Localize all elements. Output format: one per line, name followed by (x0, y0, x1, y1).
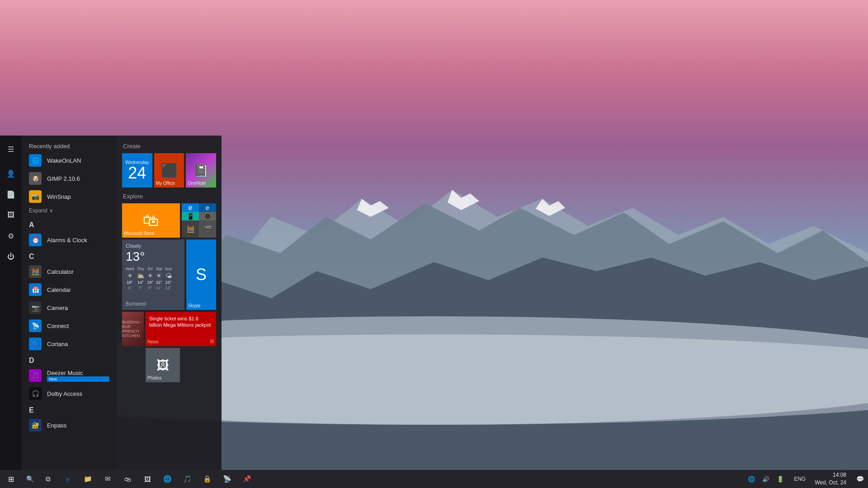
thu-high: 14° (137, 280, 144, 285)
wed-icon: ☀ (127, 272, 133, 279)
news-headline: Single ticket wins $1.6 billion Mega Mil… (149, 315, 212, 328)
app-item-wakeonlan[interactable]: 🌐 WakeOnLAN (22, 151, 117, 169)
sun-high: 23° (165, 280, 172, 285)
my-office-tile[interactable]: ⬛ My Office (154, 153, 184, 188)
taskbar-pin-icon[interactable]: 📌 (237, 470, 257, 488)
dolby-label: Dolby Access (47, 390, 82, 397)
skype-tile[interactable]: S Skype (186, 239, 216, 310)
app-item-deezer[interactable]: 🎵 Deezer Music New (22, 366, 117, 385)
edge-tile[interactable]: e (182, 203, 199, 212)
deezer-label: Deezer Music (47, 370, 109, 376)
dolby-icon: 🎧 (29, 387, 42, 400)
weather-day-thu: Thu ⛅ 14° 7° (137, 267, 144, 290)
create-tiles-row: Wednesday 24 ⬛ My Office 📓 OneNote (122, 153, 216, 188)
wed-high: 18° (127, 280, 133, 285)
tray-network-icon[interactable]: 🌐 (745, 470, 758, 488)
weather-day-fri: Fri ☀ 19° 9° (147, 267, 153, 290)
app-item-winsnap[interactable]: 📷 WinSnap (22, 188, 117, 206)
phone-tile[interactable]: 📱 (182, 212, 199, 221)
taskbar-security-icon[interactable]: 🔒 (197, 470, 217, 488)
user-icon[interactable]: 👤 (0, 164, 22, 183)
fri-high: 19° (147, 280, 153, 285)
language-label: ENG (794, 476, 806, 482)
gimp-icon: 🐶 (29, 172, 42, 185)
pictures-icon[interactable]: 🖼 (0, 205, 22, 225)
tray-battery-icon[interactable]: 🔋 (774, 470, 787, 488)
taskbar-clock[interactable]: 14:08 Wed, Oct, 24 (809, 470, 852, 488)
winsnap-icon: 📷 (29, 190, 42, 203)
power-icon[interactable]: ⏻ (0, 247, 22, 267)
office-logo-icon: ⬛ (161, 163, 178, 178)
taskbar-music-taskbar-icon[interactable]: 🎵 (177, 470, 197, 488)
taskbar-network-icon[interactable]: 📡 (217, 470, 237, 488)
calendar-tile[interactable]: Wednesday 24 (122, 153, 152, 188)
start-tiles: Create Wednesday 24 ⬛ My Office 📓 OneNot… (117, 136, 222, 470)
weather-days: Wed ☀ 18° 4° Thu ⛅ 14° 7° Fri ☀ 19° (126, 267, 181, 290)
film-tile[interactable]: 🎬 (199, 221, 216, 238)
start-button[interactable]: ⊞ (0, 470, 22, 488)
cortana-label: Cortana (47, 341, 68, 347)
search-icon: 🔍 (26, 475, 34, 483)
sat-icon: ☀ (156, 272, 162, 279)
photos-tile[interactable]: 🖼 Photos (146, 348, 180, 382)
deezer-icon: 🎵 (29, 369, 42, 382)
notification-center-button[interactable]: 💬 (852, 470, 868, 488)
documents-icon[interactable]: 📄 (0, 184, 22, 204)
calendar-date: 24 (128, 165, 146, 181)
photos-label: Photos (147, 375, 161, 380)
weather-city: Bucharest (126, 301, 181, 306)
taskbar-photos-taskbar-icon[interactable]: 🖼 (137, 470, 157, 488)
taskbar-date: Wed, Oct, 24 (815, 479, 846, 487)
news-tile[interactable]: Single ticket wins $1.6 billion Mega Mil… (146, 312, 216, 346)
hamburger-menu-icon[interactable]: ☰ (0, 139, 22, 159)
app-item-calendar[interactable]: 📅 Calendar (22, 281, 117, 299)
letter-d-divider: D (22, 353, 117, 366)
taskbar-explorer-icon[interactable]: 📁 (78, 470, 98, 488)
music-tile[interactable]: BUDDHA-BARFRENCH KITCHEN (122, 312, 144, 346)
tray-volume-icon[interactable]: 🔊 (760, 470, 772, 488)
sat-label: Sat (156, 267, 162, 271)
onenote-tile[interactable]: 📓 OneNote (186, 153, 216, 188)
chevron-down-icon: ∨ (49, 207, 53, 214)
store-label: Microsoft Store (124, 231, 154, 236)
wed-low: 4° (128, 286, 132, 290)
onenote-label: OneNote (188, 181, 206, 186)
start-app-list: Recently added 🌐 WakeOnLAN 🐶 GIMP 2.10.6… (22, 136, 117, 470)
taskbar-time: 14:08 (833, 471, 846, 479)
calendar-icon: 📅 (29, 283, 42, 296)
app-item-calculator[interactable]: 🧮 Calculator (22, 263, 117, 281)
app-item-enpass[interactable]: 🔐 Enpass (22, 416, 117, 434)
weather-condition: Cloudy (126, 243, 181, 249)
task-view-icon: ⧉ (46, 475, 51, 483)
task-view-button[interactable]: ⧉ (38, 470, 58, 488)
taskbar-store-taskbar-icon[interactable]: 🛍 (118, 470, 137, 488)
taskbar-browser2-icon[interactable]: 🌐 (157, 470, 177, 488)
microsoft-store-tile[interactable]: 🛍 Microsoft Store (122, 203, 180, 238)
bing-news-icon: ⊞ (210, 338, 214, 344)
explore-row-1: 🛍 Microsoft Store e e 📱 ⚙ (122, 203, 216, 238)
edge2-tile[interactable]: e (199, 203, 216, 212)
taskbar-edge-icon[interactable]: e (58, 470, 78, 488)
settings-nav-icon[interactable]: ⚙ (0, 226, 22, 246)
weather-tile[interactable]: Cloudy 13° Wed ☀ 18° 4° Thu ⛅ 14° 7° (122, 239, 184, 310)
app-item-connect[interactable]: 📡 Connect (22, 317, 117, 335)
app-item-alarms[interactable]: ⏰ Alarms & Clock (22, 231, 117, 249)
weather-day-sat: Sat ☀ 22° 11° (156, 267, 162, 290)
language-indicator[interactable]: ENG (790, 476, 809, 482)
music-album-art: BUDDHA-BARFRENCH KITCHEN (122, 312, 144, 346)
search-button[interactable]: 🔍 (22, 470, 38, 488)
taskbar-mail-icon[interactable]: ✉ (98, 470, 118, 488)
app-item-cortana[interactable]: 🔵 Cortana (22, 335, 117, 353)
explore-row-3: BUDDHA-BARFRENCH KITCHEN Single ticket w… (122, 312, 216, 382)
fri-label: Fri (148, 267, 153, 271)
thu-low: 7° (139, 286, 143, 290)
calc-tile[interactable]: 🧮 (182, 221, 199, 238)
store-bag-icon: 🛍 (143, 211, 159, 230)
app-item-camera[interactable]: 📷 Camera (22, 299, 117, 317)
app-item-gimp[interactable]: 🐶 GIMP 2.10.6 (22, 169, 117, 188)
settings-small-tile[interactable]: ⚙ (199, 212, 216, 221)
expand-button[interactable]: Expand ∨ (22, 206, 117, 217)
alarms-icon: ⏰ (29, 234, 42, 246)
thu-label: Thu (137, 267, 144, 271)
app-item-dolby[interactable]: 🎧 Dolby Access (22, 385, 117, 403)
